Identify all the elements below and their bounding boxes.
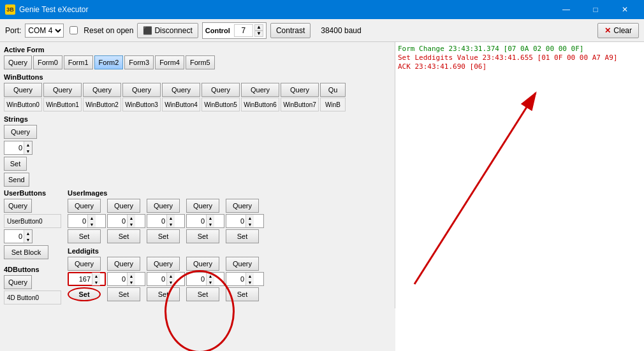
wb-query-7[interactable]: Query <box>281 83 319 97</box>
ui-query-1[interactable]: Query <box>107 199 140 213</box>
ui-set-2[interactable]: Set <box>147 229 180 243</box>
userbuttons-value-input[interactable] <box>4 233 24 240</box>
af-query-button[interactable]: Query <box>4 55 32 69</box>
af-form5-button[interactable]: Form5 <box>186 55 215 69</box>
ui-spin-0[interactable]: ▲▼ <box>68 214 106 228</box>
ld-spin-2[interactable]: ▲▼ <box>147 272 185 286</box>
strings-spinner[interactable]: ▲ ▼ <box>4 141 33 155</box>
ui-query-2[interactable]: Query <box>147 199 180 213</box>
ld-spin-0[interactable]: ▲▼ <box>68 272 106 286</box>
ui-spin-4[interactable]: ▲▼ <box>226 214 264 228</box>
strings-value-input[interactable] <box>4 144 24 152</box>
ld-set-2[interactable]: Set <box>147 287 180 301</box>
wb-query-5[interactable]: Query <box>201 83 240 97</box>
contrast-button[interactable]: Contrast <box>270 23 311 38</box>
userbuttons-down[interactable]: ▼ <box>24 236 32 243</box>
strings-query-button[interactable]: Query <box>4 125 37 139</box>
ui-query-4[interactable]: Query <box>226 199 259 213</box>
af-form2-button[interactable]: Form2 <box>94 55 124 69</box>
ui-query-0[interactable]: Query <box>68 199 101 213</box>
wb-query-row: Query Query Query Query Query Query Quer… <box>4 83 391 97</box>
log-line-1: Set Leddigits Value 23:43:41.655 [01 0F … <box>398 54 641 62</box>
reset-on-open-checkbox[interactable] <box>70 26 78 34</box>
ld-set-3[interactable]: Set <box>186 287 219 301</box>
leddigits-spinner-row: ▲▼ ▲▼ ▲▼ ▲▼ ▲▼ <box>68 272 391 286</box>
ld-spin-4[interactable]: ▲▼ <box>226 272 264 286</box>
userimages-label: UserImages <box>68 189 391 197</box>
userbutton0-label-wrap: UserButton0 <box>4 214 61 228</box>
log-line-2: ACK 23:43:41.690 [06] <box>398 62 641 71</box>
ld-spin-3[interactable]: ▲▼ <box>186 272 224 286</box>
fourdbtn0-label: 4D Button0 <box>4 290 61 304</box>
port-select[interactable]: COM 4 COM 1 COM 2 COM 3 COM 5 <box>25 24 64 38</box>
control-down[interactable]: ▼ <box>254 31 263 37</box>
wb-query-2[interactable]: Query <box>83 83 121 97</box>
ld-set-4[interactable]: Set <box>226 287 259 301</box>
strings-down[interactable]: ▼ <box>24 148 32 154</box>
af-form3-button[interactable]: Form3 <box>124 55 154 69</box>
ld-query-2[interactable]: Query <box>147 257 180 271</box>
af-form4-button[interactable]: Form4 <box>155 55 184 69</box>
wb-query-1[interactable]: Query <box>43 83 82 97</box>
strings-arrows: ▲ ▼ <box>24 141 32 154</box>
strings-send-button[interactable]: Send <box>4 173 29 187</box>
ld-set-1[interactable]: Set <box>107 287 140 301</box>
ld-query-0[interactable]: Query <box>68 257 101 271</box>
strings-set-button[interactable]: Set <box>4 157 27 171</box>
ld-spin-1[interactable]: ▲▼ <box>107 272 145 286</box>
wb-query-8[interactable]: Qu <box>320 83 346 97</box>
ui-spin-3[interactable]: ▲▼ <box>186 214 224 228</box>
control-label: Control <box>205 27 230 34</box>
wb-query-3[interactable]: Query <box>122 83 161 97</box>
ld-query-4[interactable]: Query <box>226 257 259 271</box>
userimages-spinner-row: ▲▼ ▲▼ ▲▼ ▲▼ ▲▼ <box>68 214 391 228</box>
set-block-button[interactable]: Set Block <box>4 245 48 259</box>
active-form-buttons: Query Form0 Form1 Form2 Form3 Form4 Form… <box>4 55 391 69</box>
strings-query-row: Query <box>4 125 391 139</box>
af-form0-button[interactable]: Form0 <box>33 55 62 69</box>
clear-label: Clear <box>613 26 632 35</box>
wb-query-6[interactable]: Query <box>241 83 279 97</box>
toolbar: Port: COM 4 COM 1 COM 2 COM 3 COM 5 Rese… <box>0 19 644 42</box>
ui-spin-2[interactable]: ▲▼ <box>147 214 185 228</box>
userbuttons-up[interactable]: ▲ <box>24 230 32 236</box>
userbuttons-label: UserButtons <box>4 189 61 197</box>
disconnect-button[interactable]: ⬛ Disconnect <box>137 23 198 38</box>
wb-label-row: WinButton0 WinButton1 WinButton2 WinButt… <box>4 97 391 111</box>
maximize-button[interactable]: □ <box>582 0 610 19</box>
fourdbuttons-label: 4DButtons <box>4 266 61 273</box>
userbuttons-query-button[interactable]: Query <box>4 199 32 213</box>
main-content: Active Form Query Form0 Form1 Form2 Form… <box>0 42 644 351</box>
ld-query-1[interactable]: Query <box>107 257 140 271</box>
strings-up[interactable]: ▲ <box>24 141 32 148</box>
winbuttons-label: WinButtons <box>4 73 391 81</box>
left-col: UserButtons Query UserButton0 ▲ ▼ <box>4 189 61 304</box>
strings-send-row: Send <box>4 173 391 187</box>
minimize-button[interactable]: — <box>552 0 580 19</box>
ui-set-3[interactable]: Set <box>186 229 219 243</box>
userbuttons-spinner[interactable]: ▲ ▼ <box>4 229 33 243</box>
bottom-area: UserButtons Query UserButton0 ▲ ▼ <box>4 189 391 304</box>
setblock-row: Set Block <box>4 245 61 259</box>
ui-set-1[interactable]: Set <box>107 229 140 243</box>
wb-query-4[interactable]: Query <box>162 83 200 97</box>
ui-set-4[interactable]: Set <box>226 229 259 243</box>
ui-spin-1[interactable]: ▲▼ <box>107 214 145 228</box>
fourdbuttons-query-button[interactable]: Query <box>4 275 32 289</box>
control-group: Control ▲ ▼ <box>202 22 267 39</box>
close-button[interactable]: ✕ <box>611 0 639 19</box>
clear-button[interactable]: ✕ Clear <box>597 23 639 38</box>
wb-query-0[interactable]: Query <box>4 83 42 97</box>
arrow-overlay <box>395 42 644 351</box>
ui-query-3[interactable]: Query <box>186 199 219 213</box>
window-title: Genie Test eXecutor <box>19 5 548 14</box>
ui-set-0[interactable]: Set <box>68 229 101 243</box>
ld-set-0[interactable]: Set <box>68 287 101 301</box>
wb-label-6: WinButton6 <box>241 97 279 111</box>
af-form1-button[interactable]: Form1 <box>64 55 93 69</box>
control-up[interactable]: ▲ <box>254 24 263 31</box>
disconnect-label: Disconnect <box>154 26 192 35</box>
wb-label-1: WinButton1 <box>43 97 82 111</box>
ld-query-3[interactable]: Query <box>186 257 219 271</box>
control-input[interactable] <box>234 24 253 37</box>
